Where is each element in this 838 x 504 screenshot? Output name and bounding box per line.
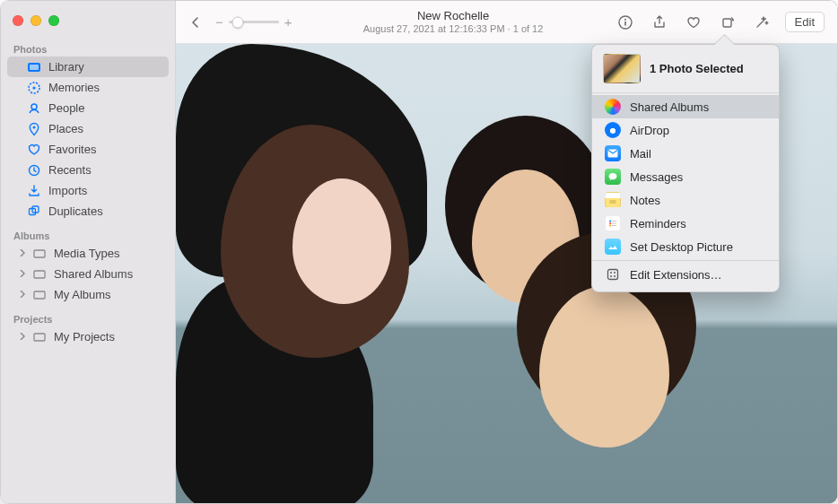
sidebar-item-recents[interactable]: Recents	[7, 160, 169, 180]
sidebar-item-people[interactable]: People	[7, 98, 169, 118]
duplicates-icon	[27, 204, 41, 219]
sidebar-item-label: My Projects	[54, 330, 115, 343]
svg-point-24	[610, 275, 612, 277]
share-option-label: Messages	[630, 170, 683, 184]
sidebar-section-projects: Projects	[1, 305, 175, 326]
share-option-shared-albums[interactable]: Shared Albums	[592, 95, 779, 118]
mail-app-icon	[605, 145, 621, 161]
sidebar-item-label: My Albums	[54, 288, 111, 301]
svg-point-4	[31, 104, 37, 109]
photos-app-window: Photos Library Memories People Places	[0, 0, 838, 504]
svg-rect-9	[34, 250, 45, 257]
library-icon	[27, 60, 41, 74]
svg-point-23	[614, 272, 615, 274]
sidebar: Photos Library Memories People Places	[1, 1, 176, 503]
sidebar-item-label: Duplicates	[48, 204, 103, 218]
chevron-right-icon[interactable]	[19, 249, 28, 258]
zoom-out-icon: −	[215, 14, 223, 30]
share-option-label: Notes	[630, 194, 660, 207]
sidebar-item-memories[interactable]: Memories	[7, 77, 169, 98]
chevron-right-icon[interactable]	[19, 270, 28, 279]
zoom-slider[interactable]: − +	[215, 14, 292, 30]
share-option-edit-extensions[interactable]: Edit Extensions…	[592, 263, 779, 286]
folder-icon	[32, 247, 47, 261]
close-window-button[interactable]	[13, 15, 23, 26]
favorites-icon	[27, 143, 41, 157]
share-popover-title: 1 Photo Selected	[650, 62, 744, 75]
sidebar-item-duplicates[interactable]: Duplicates	[7, 201, 169, 222]
photo-title: New Rochelle	[417, 10, 489, 23]
toolbar: − + New Rochelle August 27, 2021 at 12:1…	[176, 1, 837, 44]
folder-icon	[32, 288, 47, 302]
share-option-mail[interactable]: Mail	[592, 142, 779, 165]
sidebar-item-label: Shared Albums	[54, 267, 133, 281]
zoom-window-button[interactable]	[48, 15, 59, 26]
svg-point-3	[32, 86, 35, 89]
share-option-label: Set Desktop Picture	[630, 240, 733, 254]
chevron-right-icon[interactable]	[19, 291, 28, 300]
sidebar-item-my-albums[interactable]: My Albums	[7, 284, 169, 305]
minimize-window-button[interactable]	[31, 15, 41, 26]
share-option-notes[interactable]: Notes	[592, 188, 779, 212]
sidebar-item-my-projects[interactable]: My Projects	[7, 326, 169, 347]
svg-rect-15	[624, 21, 626, 25]
svg-point-5	[33, 126, 36, 128]
sidebar-section-albums: Albums	[1, 222, 175, 243]
share-button[interactable]	[649, 12, 670, 33]
back-button[interactable]	[185, 12, 206, 33]
share-popover-header: 1 Photo Selected	[592, 52, 779, 91]
recents-icon	[27, 163, 41, 178]
divider	[592, 92, 779, 93]
sidebar-item-label: Favorites	[48, 143, 96, 156]
share-option-reminders[interactable]: Reminders	[592, 212, 779, 235]
favorite-button[interactable]	[683, 12, 704, 33]
share-option-label: Shared Albums	[630, 100, 709, 114]
svg-rect-10	[34, 271, 45, 278]
memories-icon	[27, 81, 41, 95]
reminders-app-icon	[605, 215, 621, 231]
sidebar-item-label: Places	[48, 122, 83, 135]
window-controls	[1, 1, 175, 35]
people-icon	[27, 101, 41, 116]
edit-button[interactable]: Edit	[785, 12, 825, 32]
divider	[592, 260, 779, 261]
sidebar-item-label: Library	[48, 60, 84, 74]
sidebar-item-favorites[interactable]: Favorites	[7, 139, 169, 160]
share-option-set-desktop-picture[interactable]: Set Desktop Picture	[592, 235, 779, 258]
sidebar-item-library[interactable]: Library	[7, 56, 169, 77]
svg-point-20	[609, 225, 611, 227]
zoom-track[interactable]	[229, 21, 279, 23]
auto-enhance-button[interactable]	[751, 12, 773, 33]
share-popover: 1 Photo Selected Shared Albums AirDrop M…	[591, 44, 780, 292]
svg-point-25	[614, 275, 615, 277]
sidebar-item-shared-albums[interactable]: Shared Albums	[7, 264, 169, 284]
share-popover-thumbnail	[603, 54, 641, 83]
svg-point-18	[609, 221, 611, 222]
edit-extensions-icon	[605, 266, 621, 282]
photo-subtitle: August 27, 2021 at 12:16:33 PM · 1 of 12	[363, 23, 544, 35]
sidebar-item-places[interactable]: Places	[7, 118, 169, 139]
info-button[interactable]	[615, 12, 636, 33]
sidebar-item-label: Recents	[48, 163, 92, 177]
desktop-app-icon	[605, 239, 621, 255]
airdrop-app-icon	[605, 122, 621, 138]
rotate-button[interactable]	[717, 12, 738, 33]
folder-icon	[32, 267, 47, 282]
svg-point-19	[609, 222, 611, 224]
share-option-label: AirDrop	[630, 124, 669, 137]
sidebar-item-media-types[interactable]: Media Types	[7, 243, 169, 264]
sidebar-item-imports[interactable]: Imports	[7, 180, 169, 201]
svg-point-22	[610, 272, 612, 274]
toolbar-title-area: New Rochelle August 27, 2021 at 12:16:33…	[298, 10, 609, 35]
chevron-right-icon[interactable]	[19, 333, 28, 342]
sidebar-item-label: Memories	[48, 81, 100, 94]
share-option-label: Mail	[630, 147, 651, 161]
shared-albums-app-icon	[605, 99, 621, 115]
share-option-label: Reminders	[630, 217, 686, 230]
zoom-thumb[interactable]	[231, 16, 243, 28]
share-option-messages[interactable]: Messages	[592, 165, 779, 188]
share-option-label: Edit Extensions…	[630, 268, 722, 282]
notes-app-icon	[605, 192, 621, 208]
share-option-airdrop[interactable]: AirDrop	[592, 118, 779, 142]
svg-rect-1	[30, 65, 39, 70]
